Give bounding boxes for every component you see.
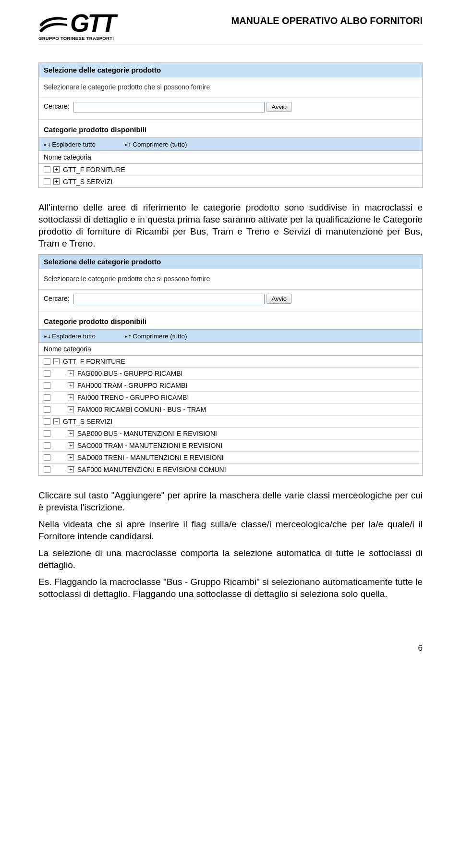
checkbox[interactable] bbox=[44, 430, 50, 437]
collapse-icon: ▸↑ bbox=[124, 332, 131, 340]
expand-toggle-icon[interactable]: + bbox=[68, 394, 74, 400]
collapse-icon: ▸↑ bbox=[124, 140, 131, 148]
tree-row[interactable]: +FAI000 TRENO - GRUPPO RICAMBI bbox=[39, 392, 422, 404]
checkbox[interactable] bbox=[44, 358, 50, 365]
search-label: Cercare: bbox=[44, 102, 70, 110]
collapse-all-button[interactable]: ▸↑Comprimere (tutto) bbox=[124, 141, 201, 148]
expand-toggle-icon[interactable]: + bbox=[68, 466, 74, 472]
logo-swoosh-icon bbox=[38, 13, 68, 35]
expand-toggle-icon[interactable]: + bbox=[68, 370, 74, 376]
available-categories-title: Categorie prodotto disponibili bbox=[39, 120, 422, 137]
category-label: GTT_F FORNITURE bbox=[63, 358, 125, 365]
page-header: GTT GRUPPO TORINESE TRASPORTI MANUALE OP… bbox=[38, 13, 423, 45]
svg-point-1 bbox=[40, 29, 43, 32]
expand-toggle-icon[interactable]: + bbox=[53, 178, 60, 185]
search-row: Cercare: Avvio bbox=[39, 98, 422, 120]
expand-icon: ▸↓ bbox=[44, 332, 50, 340]
checkbox[interactable] bbox=[44, 454, 50, 461]
column-header: Nome categoria bbox=[39, 343, 422, 356]
tree-row[interactable]: +SAC000 TRAM - MANUTENZIONI E REVISIONI bbox=[39, 440, 422, 452]
tree-row[interactable]: +FAG000 BUS - GRUPPO RICAMBI bbox=[39, 368, 422, 380]
category-tree-collapsed: +GTT_F FORNITURE+GTT_S SERVIZI bbox=[39, 164, 422, 187]
column-header: Nome categoria bbox=[39, 151, 422, 164]
collapse-all-label: Comprimere (tutto) bbox=[133, 141, 187, 148]
panel-subtitle: Selezionare le categorie prodotto che si… bbox=[39, 77, 422, 98]
expand-all-button[interactable]: ▸↓Esplodere tutto bbox=[44, 141, 109, 148]
category-label: GTT_S SERVIZI bbox=[63, 418, 112, 425]
logo-main-text: GTT bbox=[70, 9, 114, 37]
category-label: SAD000 TRENI - MANUTENZIONI E REVISIONI bbox=[77, 454, 224, 461]
category-label: FAG000 BUS - GRUPPO RICAMBI bbox=[77, 370, 182, 377]
body-paragraph-5: Es. Flaggando la macroclasse "Bus - Grup… bbox=[38, 576, 423, 600]
category-label: FAM000 RICAMBI COMUNI - BUS - TRAM bbox=[77, 406, 206, 413]
tree-row[interactable]: +FAM000 RICAMBI COMUNI - BUS - TRAM bbox=[39, 404, 422, 416]
tree-row[interactable]: +SAD000 TRENI - MANUTENZIONI E REVISIONI bbox=[39, 452, 422, 464]
body-paragraph-2: Cliccare sul tasto "Aggiungere" per apri… bbox=[38, 489, 423, 513]
category-label: GTT_F FORNITURE bbox=[63, 166, 125, 174]
expand-all-button[interactable]: ▸↓Esplodere tutto bbox=[44, 333, 109, 340]
checkbox[interactable] bbox=[44, 466, 50, 473]
category-label: SAB000 BUS - MANUTENZIONI E REVISIONI bbox=[77, 430, 217, 437]
expand-toggle-icon[interactable]: + bbox=[68, 442, 74, 448]
expand-toggle-icon[interactable]: − bbox=[53, 418, 60, 424]
tree-row[interactable]: +SAB000 BUS - MANUTENZIONI E REVISIONI bbox=[39, 428, 422, 440]
body-paragraph-4: La selezione di una macroclasse comporta… bbox=[38, 547, 423, 571]
search-label: Cercare: bbox=[44, 295, 70, 302]
category-label: SAC000 TRAM - MANUTENZIONI E REVISIONI bbox=[77, 442, 222, 449]
category-label: FAI000 TRENO - GRUPPO RICAMBI bbox=[77, 394, 189, 401]
search-button[interactable]: Avvio bbox=[267, 102, 291, 112]
checkbox[interactable] bbox=[44, 166, 50, 173]
category-label: GTT_S SERVIZI bbox=[63, 178, 112, 186]
checkbox[interactable] bbox=[44, 382, 50, 389]
tree-toolbar: ▸↓Esplodere tutto ▸↑Comprimere (tutto) bbox=[39, 329, 422, 343]
expand-all-label: Esplodere tutto bbox=[52, 141, 96, 148]
logo-block: GTT GRUPPO TORINESE TRASPORTI bbox=[38, 13, 114, 41]
tree-toolbar: ▸↓Esplodere tutto ▸↑Comprimere (tutto) bbox=[39, 137, 422, 151]
expand-icon: ▸↓ bbox=[44, 140, 50, 148]
expand-all-label: Esplodere tutto bbox=[52, 333, 96, 340]
category-panel-collapsed: Selezione delle categorie prodotto Selez… bbox=[38, 62, 423, 188]
expand-toggle-icon[interactable]: + bbox=[68, 382, 74, 388]
tree-row[interactable]: +FAH000 TRAM - GRUPPO RICAMBI bbox=[39, 380, 422, 392]
tree-row[interactable]: −GTT_S SERVIZI bbox=[39, 416, 422, 428]
page-number: 6 bbox=[38, 644, 423, 653]
tree-row[interactable]: +SAF000 MANUTENZIONI E REVISIONI COMUNI bbox=[39, 464, 422, 475]
available-categories-title: Categorie prodotto disponibili bbox=[39, 311, 422, 329]
checkbox[interactable] bbox=[44, 418, 50, 425]
search-row: Cercare: Avvio bbox=[39, 290, 422, 311]
tree-row[interactable]: −GTT_F FORNITURE bbox=[39, 356, 422, 368]
checkbox[interactable] bbox=[44, 394, 50, 401]
search-input[interactable] bbox=[73, 294, 265, 304]
panel-subtitle: Selezionare le categorie prodotto che si… bbox=[39, 269, 422, 290]
svg-point-0 bbox=[40, 24, 43, 26]
body-paragraph-3: Nella videata che si apre inserire il fl… bbox=[38, 518, 423, 542]
search-input[interactable] bbox=[73, 102, 265, 112]
category-label: SAF000 MANUTENZIONI E REVISIONI COMUNI bbox=[77, 466, 226, 473]
document-title: MANUALE OPERATIVO ALBO FORNITORI bbox=[231, 15, 423, 26]
expand-toggle-icon[interactable]: + bbox=[53, 166, 60, 173]
collapse-all-button[interactable]: ▸↑Comprimere (tutto) bbox=[124, 333, 201, 340]
tree-row[interactable]: +GTT_F FORNITURE bbox=[39, 164, 422, 176]
collapse-all-label: Comprimere (tutto) bbox=[133, 333, 187, 340]
expand-toggle-icon[interactable]: + bbox=[68, 430, 74, 436]
checkbox[interactable] bbox=[44, 370, 50, 377]
checkbox[interactable] bbox=[44, 442, 50, 449]
logo-text: GTT bbox=[38, 13, 114, 34]
tree-row[interactable]: +GTT_S SERVIZI bbox=[39, 176, 422, 187]
expand-toggle-icon[interactable]: + bbox=[68, 454, 74, 460]
category-tree-expanded: −GTT_F FORNITURE+FAG000 BUS - GRUPPO RIC… bbox=[39, 356, 422, 475]
category-label: FAH000 TRAM - GRUPPO RICAMBI bbox=[77, 382, 187, 389]
body-paragraph-1: All'interno delle aree di riferimento le… bbox=[38, 201, 423, 249]
expand-toggle-icon[interactable]: − bbox=[53, 358, 60, 364]
panel-title: Selezione delle categorie prodotto bbox=[39, 255, 422, 269]
checkbox[interactable] bbox=[44, 178, 50, 185]
panel-title: Selezione delle categorie prodotto bbox=[39, 63, 422, 77]
search-button[interactable]: Avvio bbox=[267, 294, 291, 304]
checkbox[interactable] bbox=[44, 406, 50, 413]
expand-toggle-icon[interactable]: + bbox=[68, 406, 74, 412]
category-panel-expanded: Selezione delle categorie prodotto Selez… bbox=[38, 254, 423, 476]
